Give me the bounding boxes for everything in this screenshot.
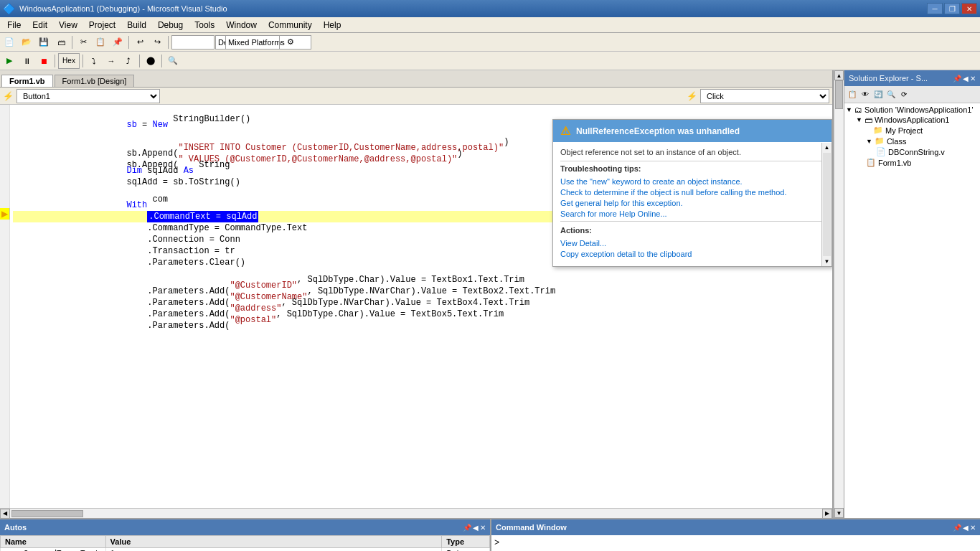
platform-dropdown[interactable] — [260, 34, 276, 50]
se-solution[interactable]: ▼ 🗂 Solution 'WindowsApplication1' — [846, 105, 979, 115]
cmd-close[interactable]: ✕ — [970, 524, 976, 532]
tab-form1vb-design[interactable]: Form1.vb [Design] — [55, 75, 135, 87]
line-numbers — [0, 105, 10, 508]
solution-icon: 🗂 — [854, 105, 862, 114]
menu-view[interactable]: View — [53, 19, 83, 32]
toolbar1: 📄 📂 💾 🗃 ✂ 📋 📌 ↩ ↪ ▶ ⚙ — [0, 33, 980, 52]
find-btn[interactable]: 🔍 — [165, 53, 181, 69]
save-all-button[interactable]: 🗃 — [53, 34, 69, 50]
code-and-popup: ▶ — [0, 105, 832, 508]
undo-button[interactable]: ↩ — [132, 34, 148, 50]
menu-help[interactable]: Help — [318, 19, 347, 32]
se-refresh-btn[interactable]: 🔄 — [872, 88, 885, 101]
se-form1vb[interactable]: 📋 Form1.vb — [846, 157, 979, 168]
command-controls[interactable]: 📌 ◀ ✕ — [953, 524, 976, 532]
autos-table: Name Value Type ☐ ■ CommandType.Text 1 I… — [0, 535, 490, 551]
redo-button[interactable]: ↪ — [149, 34, 165, 50]
menu-file[interactable]: File — [1, 19, 27, 32]
se-my-project[interactable]: ▶ 📁 My Project — [846, 125, 979, 136]
menu-tools[interactable]: Tools — [189, 19, 220, 32]
menu-debug[interactable]: Debug — [152, 19, 189, 32]
open-file-button[interactable]: 📂 — [19, 34, 34, 50]
scroll-down-editor[interactable]: ▼ — [834, 508, 844, 518]
menu-build[interactable]: Build — [121, 19, 152, 32]
editor-scrollbar[interactable]: ▲ ▼ — [834, 70, 844, 518]
se-pin[interactable]: 📌 — [953, 75, 961, 83]
autos-close[interactable]: ✕ — [480, 524, 486, 532]
scroll-track-editor[interactable] — [834, 80, 844, 508]
se-class-folder[interactable]: ▼ 📁 Class — [846, 136, 979, 146]
minimize-button[interactable]: ─ — [927, 3, 943, 14]
continue-button[interactable]: ▶ — [1, 53, 17, 69]
menu-edit[interactable]: Edit — [27, 19, 53, 32]
se-show-all-btn[interactable]: 👁 — [859, 88, 872, 101]
new-project-button[interactable]: 📄 — [1, 34, 17, 50]
class-dropdown[interactable]: Button1 — [17, 89, 160, 103]
col-value[interactable]: Value — [105, 536, 442, 548]
cmd-pin[interactable]: 📌 — [953, 524, 961, 532]
window-controls[interactable]: ─ ❐ ✕ — [927, 3, 977, 14]
save-button[interactable]: 💾 — [36, 34, 52, 50]
file-icon: 📄 — [876, 147, 886, 156]
view-detail-link[interactable]: View Detail... — [560, 239, 824, 248]
breakpoint-btn[interactable]: ⬤ — [143, 53, 159, 69]
command-content[interactable]: > — [491, 535, 980, 551]
restore-button[interactable]: ❐ — [944, 3, 960, 14]
scroll-track[interactable] — [11, 510, 821, 517]
search-help-link[interactable]: Search for more Help Online... — [560, 209, 824, 218]
col-type[interactable]: Type — [442, 536, 490, 548]
autos-arrow[interactable]: ◀ — [473, 524, 479, 532]
se-close[interactable]: ✕ — [970, 75, 976, 83]
paste-button[interactable]: 📌 — [110, 34, 126, 50]
se-sync-btn[interactable]: ⟳ — [897, 88, 910, 101]
cmd-arrow[interactable]: ◀ — [963, 524, 969, 532]
vs-icon: 🔷 — [3, 3, 15, 14]
step-out[interactable]: ⤴ — [121, 53, 136, 69]
scroll-thumb-editor[interactable] — [835, 80, 843, 109]
autos-controls[interactable]: 📌 ◀ ✕ — [463, 524, 486, 532]
copy-exception-link[interactable]: Copy exception detail to the clipboard — [560, 250, 824, 258]
autos-pin[interactable]: 📌 — [463, 524, 471, 532]
se-class-label: Class — [887, 137, 907, 146]
copy-button[interactable]: 📋 — [93, 34, 108, 50]
scroll-right[interactable]: ▶ — [822, 509, 832, 519]
se-form1vb-label: Form1.vb — [878, 159, 911, 167]
tip-link-1[interactable]: Use the "new" keyword to create an objec… — [560, 177, 824, 186]
horizontal-scrollbar[interactable]: ◀ ▶ — [0, 508, 832, 518]
scroll-up-editor[interactable]: ▲ — [834, 70, 844, 80]
scroll-left[interactable]: ◀ — [0, 509, 10, 519]
command-prompt: > — [494, 538, 499, 548]
se-properties-btn[interactable]: 📋 — [846, 88, 859, 101]
col-name[interactable]: Name — [1, 536, 106, 548]
scroll-thumb[interactable] — [11, 510, 83, 517]
scroll-up[interactable]: ▲ — [822, 143, 831, 152]
stop-button[interactable]: ⏹ — [36, 53, 52, 69]
scroll-down[interactable]: ▼ — [822, 257, 831, 266]
tab-form1vb[interactable]: Form1.vb — [1, 75, 53, 87]
se-search-btn[interactable]: 🔍 — [885, 88, 897, 101]
tip-link-3[interactable]: Get general help for this exception. — [560, 199, 824, 207]
exc-scrollbar[interactable]: ▲ ▼ — [821, 143, 831, 266]
se-dbconn[interactable]: 📄 DBConnString.v — [846, 146, 979, 157]
step-into[interactable]: ⤵ — [86, 53, 102, 69]
se-arrow[interactable]: ◀ — [963, 75, 969, 83]
menu-community[interactable]: Community — [263, 19, 318, 32]
folder-icon: 📁 — [873, 126, 883, 135]
autos-pane: Autos 📌 ◀ ✕ Name Value Type ☐ ■ Comm — [0, 519, 491, 551]
expand-icon: ▼ — [856, 116, 862, 123]
pause-button[interactable]: ⏸ — [19, 53, 34, 69]
se-project[interactable]: ▼ 🗃 WindowsApplication1 — [846, 115, 979, 125]
cut-button[interactable]: ✂ — [75, 34, 91, 50]
toolbar-dropdown[interactable] — [171, 35, 215, 50]
tip-link-2[interactable]: Check to determine if the object is null… — [560, 188, 824, 197]
menu-window[interactable]: Window — [220, 19, 263, 32]
solution-configs[interactable]: ⚙ — [283, 34, 298, 50]
step-over[interactable]: → — [103, 53, 119, 69]
exception-body: Object reference not set to an instance … — [553, 142, 831, 266]
close-button[interactable]: ✕ — [961, 3, 977, 14]
menu-project[interactable]: Project — [83, 19, 121, 32]
hex-toggle[interactable]: Hex — [58, 53, 80, 69]
class-folder-icon: 📁 — [875, 136, 885, 146]
se-controls[interactable]: 📌 ◀ ✕ — [953, 75, 976, 83]
method-dropdown[interactable]: Click — [700, 89, 829, 103]
